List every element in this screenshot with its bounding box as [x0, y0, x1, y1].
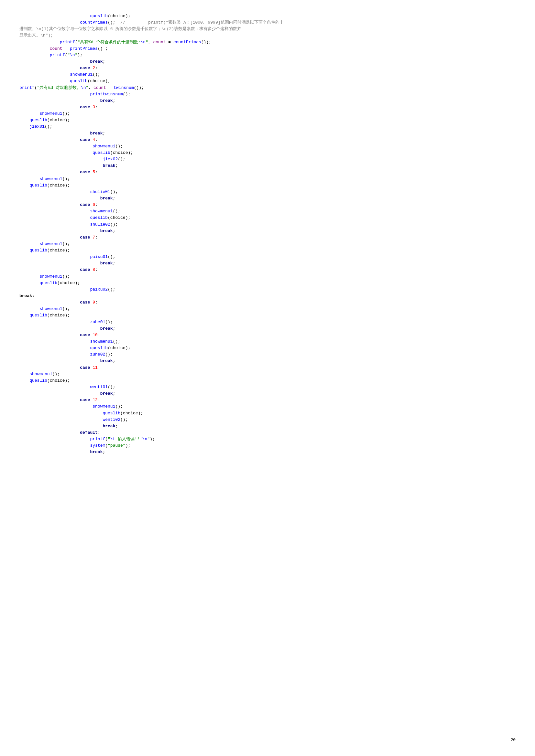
code-line: break;: [19, 423, 516, 430]
code-line: queslib(choice);: [19, 182, 516, 189]
code-line: case 6:: [19, 202, 516, 208]
code-line: break;: [19, 97, 516, 104]
code-line: queslib(choice);: [19, 378, 516, 384]
code-line: system("pause");: [19, 443, 516, 449]
code-line: jiex02();: [19, 156, 516, 163]
code-line: showmenu1();: [19, 176, 516, 182]
code-line: paixu02();: [19, 286, 516, 293]
page-number: 20: [510, 737, 516, 743]
code-line: case 3:: [19, 104, 516, 111]
code-line: printf("\n");: [19, 52, 516, 59]
code-line: wenti01();: [19, 384, 516, 391]
code-line: queslib(choice);: [19, 78, 516, 84]
code-line: case 5:: [19, 169, 516, 176]
code-line: queslib(choice);: [19, 13, 516, 19]
code-line: break;: [19, 195, 516, 202]
code-line: printtwinsnum();: [19, 91, 516, 97]
code-line: showmenu1();: [19, 111, 516, 117]
code-line: default:: [19, 430, 516, 436]
code-line: showmenu1();: [19, 208, 516, 215]
code-line: break;: [19, 449, 516, 455]
code-line: showmenu1();: [19, 371, 516, 378]
code-line: break;: [19, 325, 516, 332]
code-line: queslib(choice);: [19, 247, 516, 254]
code-line: case 7:: [19, 234, 516, 241]
code-line: jiex01();: [19, 123, 516, 130]
code-line: case 2:: [19, 65, 516, 71]
code-line: showmenu1();: [19, 338, 516, 345]
code-line: queslib(choice);: [19, 312, 516, 319]
code-line: showmenu1();: [19, 273, 516, 280]
code-line: case 4:: [19, 137, 516, 143]
code-line: wenti02();: [19, 417, 516, 423]
code-line: break;: [19, 391, 516, 397]
code-line: shulie02();: [19, 221, 516, 228]
code-line: queslib(choice);: [19, 345, 516, 351]
code-line: break;: [19, 260, 516, 267]
code-line: zuhe01();: [19, 319, 516, 325]
code-line: break;: [19, 293, 516, 299]
code-block: queslib(choice); countPrimes(); // print…: [19, 13, 516, 456]
code-line: showmenu1();: [19, 403, 516, 410]
code-line: break;: [19, 59, 516, 65]
code-line: case 9:: [19, 299, 516, 306]
page: queslib(choice); countPrimes(); // print…: [0, 0, 535, 756]
code-line: break;: [19, 358, 516, 364]
code-line: showmenu1();: [19, 306, 516, 312]
code-line: queslib(choice);: [19, 149, 516, 156]
code-line: queslib(choice);: [19, 117, 516, 123]
code-line: printf("\t 输入错误!!!\n");: [19, 436, 516, 443]
code-line: showmenu1();: [19, 71, 516, 78]
code-line: count = printPrimes() ;: [19, 45, 516, 52]
code-line: queslib(choice);: [19, 410, 516, 417]
code-line: case 10:: [19, 332, 516, 338]
code-line: case 12:: [19, 397, 516, 403]
code-line: break;: [19, 163, 516, 169]
code-line: shulie01();: [19, 189, 516, 195]
code-line: paixu01();: [19, 254, 516, 260]
code-line: showmenu1();: [19, 143, 516, 149]
code-line: countPrimes(); // printf("素数类 A：[1000, 9…: [19, 19, 516, 26]
code-line: break;: [19, 130, 516, 137]
code-line: case 11:: [19, 364, 516, 371]
code-line: queslib(choice);: [19, 280, 516, 286]
code-line: showmenu1();: [19, 241, 516, 247]
code-line: queslib(choice);: [19, 215, 516, 221]
code-line: 显示出来。\n");: [19, 32, 516, 39]
code-line: zuhe02();: [19, 351, 516, 358]
code-line: 进制数。\n(1)其个位数字与十位数字之和除以 6 所得的余数是千位数字；\n(…: [19, 26, 516, 32]
code-line: case 8:: [19, 267, 516, 273]
code-line: printf("共有%d 对双胞胎数。\n", count = twinsnum…: [19, 85, 516, 91]
code-line: printf("共有%d 个符合条件的十进制数:\n", count = cou…: [19, 39, 516, 45]
code-line: break;: [19, 228, 516, 234]
